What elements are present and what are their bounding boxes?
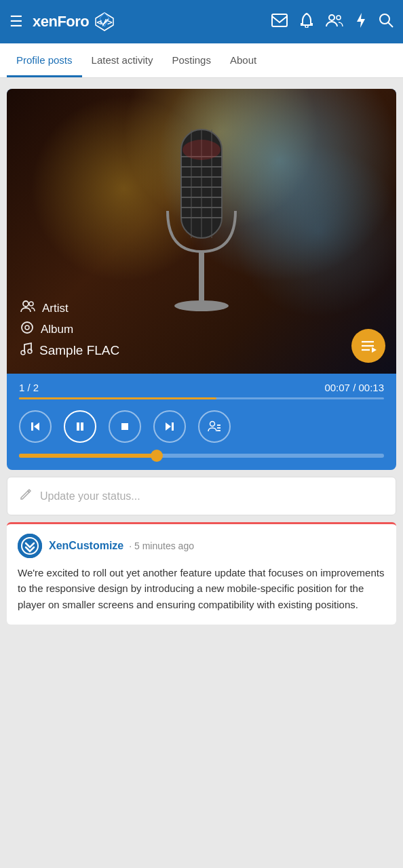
tab-about[interactable]: About [220,43,266,77]
playlist-icon [360,338,377,353]
track-counter: 1 / 2 [19,382,39,393]
user-queue-icon [208,420,221,433]
post-header: XenCustomize · 5 minutes ago [18,534,385,558]
volume-bar-background[interactable] [19,454,384,458]
progress-bar-background[interactable] [19,397,384,399]
logo-diamond-icon: </> [94,12,115,32]
track-title-label: Sample FLAC [39,343,119,358]
player-controls: 1 / 2 00:07 / 00:13 [7,374,396,470]
logo-text: xenForo [33,13,89,31]
track-info-overlay: Artist Album Sample FLAC [20,300,119,363]
svg-point-22 [183,140,220,160]
volume-thumb[interactable] [151,450,163,462]
svg-point-5 [337,16,341,20]
volume-bar-fill [19,454,157,458]
playlist-button[interactable] [351,329,385,363]
svg-marker-38 [166,422,171,431]
svg-rect-20 [199,252,204,306]
artist-icon [20,300,35,317]
pencil-icon [20,488,32,504]
album-icon [20,321,34,338]
hamburger-menu-icon[interactable]: ☰ [9,14,23,29]
stop-button[interactable] [109,410,141,443]
svg-point-24 [29,302,33,306]
status-input-box[interactable]: Update your status... [7,477,396,515]
svg-rect-2 [272,14,287,26]
post-meta: XenCustomize · 5 minutes ago [49,540,194,552]
mail-icon[interactable] [271,14,288,31]
tab-latest-activity[interactable]: Latest activity [82,43,163,77]
prev-icon [30,421,41,432]
volume-row [19,454,384,458]
svg-line-8 [388,22,393,27]
next-icon [164,421,175,432]
music-player-card: Artist Album Sample FLAC [7,89,396,470]
svg-point-4 [329,15,334,20]
control-buttons-row [19,410,384,443]
music-note-icon [20,342,33,359]
user-queue-button[interactable] [198,410,231,443]
svg-rect-36 [81,422,83,431]
svg-point-3 [305,25,308,28]
artist-label: Artist [42,302,69,315]
svg-marker-32 [372,347,377,353]
top-navigation: ☰ xenForo </> [0,0,403,43]
svg-point-23 [23,301,28,307]
site-logo[interactable]: xenForo </> [33,12,115,32]
album-art: Artist Album Sample FLAC [7,89,396,374]
svg-point-26 [25,326,29,330]
title-row: Sample FLAC [20,342,119,359]
artist-row: Artist [20,300,119,317]
avatar [18,534,42,558]
svg-rect-34 [31,422,33,431]
svg-marker-6 [357,13,365,28]
svg-rect-35 [77,422,79,431]
nav-icon-group [271,12,394,32]
lightning-icon[interactable] [356,12,366,32]
svg-rect-37 [121,423,128,430]
search-icon[interactable] [379,13,394,31]
tab-postings[interactable]: Postings [162,43,220,77]
bell-icon[interactable] [300,13,313,31]
svg-text:</>: </> [97,17,113,27]
svg-marker-33 [34,422,39,431]
page-content: Artist Album Sample FLAC [0,78,403,635]
pause-button[interactable] [64,410,96,443]
prev-button[interactable] [19,410,52,443]
svg-point-21 [174,300,229,311]
tab-profile-posts[interactable]: Profile posts [7,43,82,77]
svg-point-7 [380,14,389,24]
album-label: Album [41,323,73,336]
pause-icon [75,421,85,432]
album-row: Album [20,321,119,338]
post-card: XenCustomize · 5 minutes ago We're excit… [7,522,396,625]
track-time: 00:07 / 00:13 [324,382,384,393]
track-counter-row: 1 / 2 00:07 / 00:13 [19,382,384,393]
svg-point-40 [210,422,215,427]
next-button[interactable] [153,410,186,443]
avatar-icon [18,534,42,558]
profile-tabs: Profile posts Latest activity Postings A… [0,43,403,78]
progress-bar-fill [19,397,216,399]
users-icon[interactable] [326,14,343,31]
post-body-text: We're excited to roll out yet another fe… [18,565,385,612]
svg-rect-39 [172,422,174,431]
stop-icon [120,422,130,431]
status-placeholder-text: Update your status... [40,490,140,502]
post-username[interactable]: XenCustomize [49,540,123,552]
svg-point-25 [22,322,33,333]
post-time: · 5 minutes ago [129,540,194,551]
